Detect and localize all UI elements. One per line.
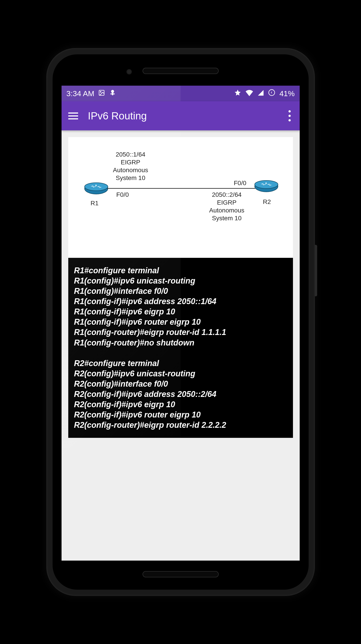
power-button bbox=[315, 245, 317, 296]
wifi-icon bbox=[245, 89, 253, 98]
device-screen: 3:34 AM bbox=[62, 86, 300, 560]
earpiece-speaker bbox=[143, 68, 219, 74]
overflow-menu-icon[interactable] bbox=[286, 108, 293, 124]
svg-rect-4 bbox=[111, 94, 115, 94]
link-line bbox=[107, 188, 255, 189]
terminal-output: R1#configure terminal R1(config)#ipv6 un… bbox=[68, 258, 293, 438]
router-r1-label: R1 bbox=[91, 199, 99, 207]
r2-interface-label: F0/0 bbox=[234, 179, 246, 187]
r1-config-block: 2050::1/64 EIGRP Autonomous System 10 bbox=[113, 150, 148, 182]
status-bar-right: 41% bbox=[234, 89, 294, 98]
status-time: 3:34 AM bbox=[67, 89, 95, 98]
phone-hardware-frame: 3:34 AM bbox=[46, 48, 315, 596]
network-diagram: R1 R2 F0/0 F0/0 2050::1/64 EIGRP Autonom… bbox=[73, 150, 288, 240]
app-title: IPv6 Routing bbox=[88, 110, 276, 122]
svg-point-1 bbox=[100, 91, 101, 92]
network-diagram-card: R1 R2 F0/0 F0/0 2050::1/64 EIGRP Autonom… bbox=[68, 137, 293, 258]
cell-signal-icon bbox=[257, 89, 264, 98]
page-content[interactable]: R1 R2 F0/0 F0/0 2050::1/64 EIGRP Autonom… bbox=[62, 130, 300, 560]
router-r2-label: R2 bbox=[263, 198, 271, 206]
chin-speaker bbox=[143, 571, 219, 577]
router-r2-icon bbox=[254, 180, 279, 193]
battery-charge-icon bbox=[268, 89, 275, 98]
star-icon bbox=[234, 89, 241, 98]
app-bar: IPv6 Routing bbox=[62, 101, 300, 130]
svg-point-7 bbox=[85, 183, 108, 191]
r2-config-block: 2050::2/64 EIGRP Autonomous System 10 bbox=[209, 191, 244, 222]
image-notification-icon bbox=[98, 89, 105, 98]
front-camera bbox=[126, 69, 132, 74]
phone-bezel: 3:34 AM bbox=[53, 54, 309, 590]
r1-interface-label: F0/0 bbox=[116, 191, 129, 198]
status-bar-left: 3:34 AM bbox=[67, 89, 116, 98]
router-r1-icon bbox=[84, 182, 109, 195]
svg-point-2 bbox=[111, 90, 114, 93]
android-debug-icon bbox=[109, 89, 116, 98]
status-bar: 3:34 AM bbox=[62, 86, 300, 101]
battery-percent: 41% bbox=[279, 89, 294, 98]
svg-point-9 bbox=[255, 180, 278, 188]
hamburger-menu-icon[interactable] bbox=[68, 111, 78, 121]
